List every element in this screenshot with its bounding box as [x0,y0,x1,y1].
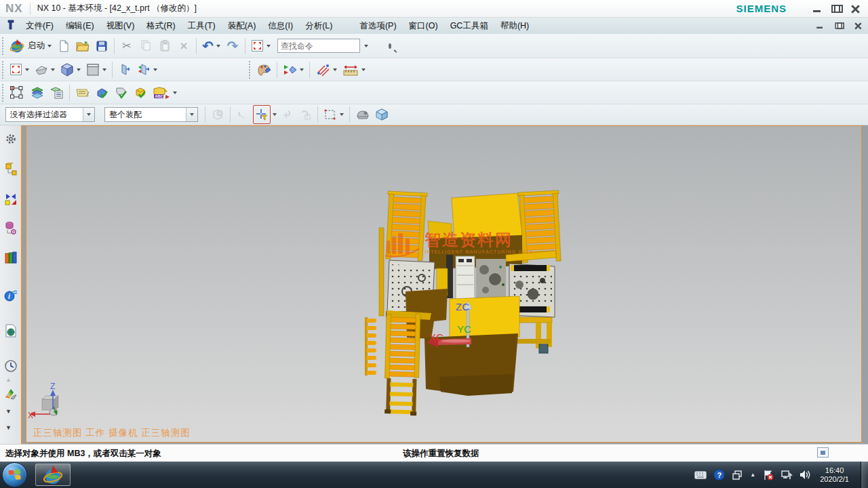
orient-view-button[interactable] [58,60,83,79]
doc-close-button[interactable] [854,22,861,29]
search-input[interactable] [278,41,389,51]
clock[interactable]: 16:40 2020/2/1 [820,466,849,484]
menu-bar: 文件(F) 编辑(E) 视图(V) 格式(R) 工具(T) 装配(A) 信息(I… [0,18,868,34]
web-browser-icon[interactable] [2,322,20,340]
volume-icon[interactable] [799,469,811,481]
menu-format[interactable]: 格式(R) [140,18,181,34]
touch-mode-button[interactable] [249,37,273,56]
menu-analysis[interactable]: 分析(L) [299,18,338,34]
start-menu-button[interactable]: 启动 [7,37,54,56]
show-desktop-button[interactable] [861,462,868,488]
model-pole-left[interactable] [379,228,384,316]
undo-button[interactable]: ↶ [200,37,222,56]
save-button[interactable] [93,37,111,56]
toolbar-grip[interactable] [1,84,5,102]
point-filter-button[interactable] [253,105,271,124]
combo-arrow[interactable] [186,108,197,121]
toolbar-grip[interactable] [1,61,5,79]
fit-check-button[interactable] [113,83,130,102]
solid-check-button[interactable] [132,83,149,102]
roles-gear-icon[interactable] [2,130,20,148]
assembly-navigator-icon[interactable] [2,161,20,178]
model-top-plate[interactable] [452,193,522,239]
paste-icon [159,40,170,52]
model-brown-slab[interactable] [439,374,513,396]
close-button[interactable] [850,5,860,13]
show-hide-button[interactable] [281,60,306,79]
object-display-button[interactable] [7,83,26,102]
combo-arrow[interactable] [83,108,94,121]
hand-snap-button [296,105,314,124]
graphics-viewport[interactable]: ZC YC XC Z X 智造资料网 [26,125,862,443]
part-navigator-icon[interactable] [2,219,20,237]
fit-view-button[interactable] [7,60,31,79]
menu-edit[interactable]: 编辑(E) [60,18,100,34]
taskbar-nx-app[interactable] [35,464,71,486]
history-icon[interactable] [2,357,20,375]
new-file-button[interactable] [55,37,73,56]
toolbar-grip[interactable] [1,37,5,55]
selection-filter-combo[interactable]: 没有选择过滤器 [5,107,95,122]
scroll-down-icon[interactable]: ▼ [5,424,12,431]
help-icon[interactable]: ? [713,469,725,481]
start-button[interactable] [2,462,27,487]
nx-logo: NX [0,2,30,16]
clip-section-button[interactable] [116,60,134,79]
menu-help[interactable]: 帮助(H) [494,18,535,34]
reuse-library-icon[interactable] [2,249,20,266]
model-left-plate[interactable] [428,221,452,239]
lasso-select-button[interactable] [321,105,346,124]
edit-section-button[interactable] [135,60,159,79]
model-conveyor-bottom[interactable] [384,313,420,415]
menu-information[interactable]: 信息(I) [262,18,299,34]
menu-gc-toolbox[interactable]: GC工具箱 [444,18,494,34]
chevron-down-icon[interactable] [273,113,277,116]
measure-button[interactable] [340,60,368,79]
redo-button[interactable]: ↷ [224,37,241,56]
menu-view[interactable]: 视图(V) [100,18,141,34]
chevron-down-icon [333,68,337,71]
assembly-model-3d[interactable]: ZC YC XC Z X [26,126,861,442]
annotation-button[interactable] [73,83,92,102]
toolbar-grip[interactable] [248,61,252,79]
selection-scope-combo[interactable]: 整个装配 [104,107,198,122]
doc-restore-button[interactable] [835,22,842,29]
model-rollers-far-left[interactable] [365,317,376,375]
restore-windows-icon[interactable] [731,469,743,481]
layer-category-button[interactable] [47,83,66,102]
clearance-analysis-button[interactable] [313,60,339,79]
chevron-down-icon[interactable] [364,45,368,47]
title-bar: NX NX 10 - 基本环境 - [42_x_t.prt （修改的）] SIE… [0,0,868,18]
restore-button[interactable] [831,5,841,13]
solid-body-button[interactable] [373,105,391,124]
model-brown-upper[interactable] [429,235,522,269]
text-check-button[interactable]: ABC [151,83,179,102]
show-hidden-icons[interactable]: ▲ [749,469,756,481]
menu-assemblies[interactable]: 装配(A) [222,18,262,34]
action-center-flag-icon[interactable] [762,469,774,481]
open-button[interactable] [74,37,92,56]
command-finder[interactable] [277,39,360,53]
model-conveyor-left-top[interactable] [384,191,427,261]
hd3d-tool-icon[interactable]: i [2,286,20,304]
window-title: NX 10 - 基本环境 - [42_x_t.prt （修改的）] [31,3,736,14]
constraint-navigator-icon[interactable] [2,190,20,208]
doc-minimize-button[interactable] [816,22,823,29]
menu-tools[interactable]: 工具(T) [182,18,222,34]
window-clip-icon[interactable] [817,447,829,458]
keyboard-icon[interactable] [694,469,707,481]
visualization-button[interactable] [254,60,273,79]
minimize-button[interactable] [812,5,822,13]
geometry-check-button[interactable] [94,83,111,102]
scroll-down-icon[interactable]: ▼ [5,408,12,415]
cube-icon [375,108,389,121]
edit-section-icon [137,63,151,76]
background-button[interactable] [84,60,108,79]
general-object-button[interactable] [353,105,372,124]
render-style-button[interactable] [33,60,57,79]
layer-settings-button[interactable] [27,83,46,102]
menu-window[interactable]: 窗口(O) [403,18,444,34]
menu-preferences[interactable]: 首选项(P) [353,18,402,34]
network-icon[interactable] [781,469,793,481]
menu-file[interactable]: 文件(F) [20,18,60,34]
